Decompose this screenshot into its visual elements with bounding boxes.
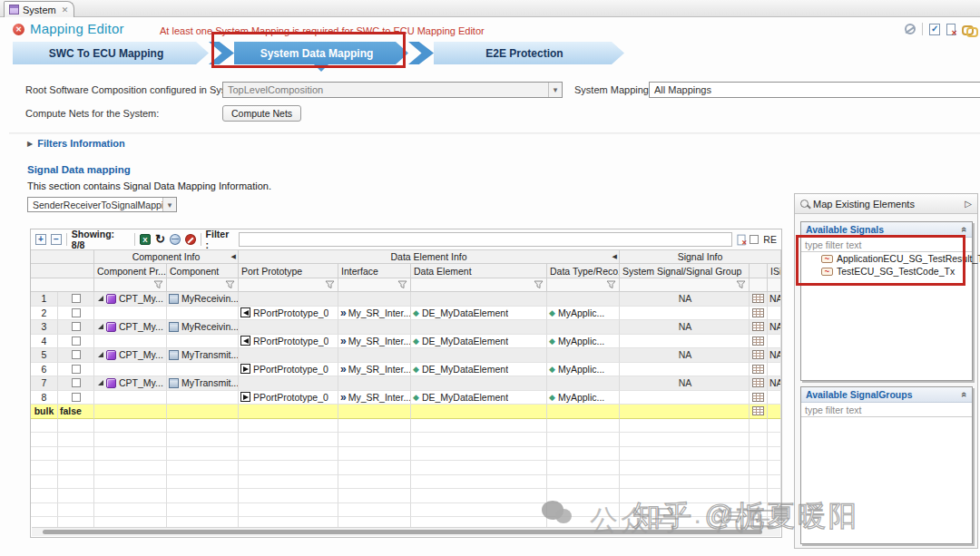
close-icon[interactable]: ✕ (62, 5, 69, 15)
table-row[interactable]: 3CPT_My...MyReceivin...NANA (31, 320, 781, 335)
expander-icon[interactable] (98, 352, 103, 357)
root-composition-value: TopLevelComposition (223, 84, 548, 95)
row-checkbox[interactable] (72, 365, 81, 374)
visibility-icon[interactable] (905, 24, 916, 34)
group-header-data-element-info[interactable]: Data Element Info ◀ (239, 250, 620, 264)
palette-header[interactable]: Map Existing Elements ▷ (795, 194, 977, 214)
chevron-down-icon[interactable]: ▾ (162, 198, 176, 211)
column-header[interactable]: Interface (338, 264, 411, 278)
available-signalgroups-header[interactable]: Available SignalGroups « (801, 387, 972, 403)
link-icon[interactable] (962, 25, 975, 34)
chevron-right-icon (408, 42, 434, 64)
step-label: System Data Mapping (260, 47, 374, 60)
filter-cell-blank (750, 278, 768, 292)
validate-icon[interactable] (929, 24, 940, 35)
table-filter-input[interactable] (239, 232, 731, 247)
row-checkbox[interactable] (72, 337, 81, 346)
column-header[interactable]: ISigna... (768, 264, 781, 278)
signalgroups-filter-input[interactable] (801, 403, 972, 417)
system-mapping-combo[interactable]: All Mappings (649, 82, 980, 98)
table-row[interactable]: 2RPortPrototype_0»My_SR_Inter...◆DE_MyDa… (31, 307, 781, 321)
table-row[interactable]: 8PPortPrototype_0»My_SR_Inter...◆DE_MyDa… (31, 391, 781, 405)
column-header[interactable]: Port Prototype (239, 264, 338, 278)
signal-item[interactable]: ~TestECU_SG_TestCode_Tx (801, 265, 972, 278)
column-header[interactable]: Component Pr... (94, 264, 167, 278)
page-title: Mapping Editor (30, 21, 124, 36)
filters-information-section[interactable]: ▶ Filters Information (27, 138, 125, 149)
tab-system-data-mapping[interactable]: System Data Mapping (234, 42, 408, 64)
filter-cell[interactable] (547, 278, 620, 292)
root-composition-combo[interactable]: TopLevelComposition ▾ (222, 82, 563, 98)
globe-icon[interactable] (170, 234, 181, 245)
column-header[interactable]: Component (167, 264, 239, 278)
table-row[interactable]: 4RPortPrototype_0»My_SR_Inter...◆DE_MyDa… (31, 335, 781, 349)
expander-icon[interactable] (98, 324, 103, 329)
row-checkbox[interactable] (72, 322, 81, 331)
collapse-group-icon[interactable]: ◀ (612, 253, 617, 260)
table-group-header: Component Info ◀ Data Element Info ◀ Sig… (31, 250, 781, 264)
editor-tab-system[interactable]: System ✕ (4, 1, 74, 17)
filter-cell[interactable] (620, 278, 750, 292)
clear-filter-icon[interactable] (185, 234, 196, 245)
data-element-icon: ◆ (413, 337, 419, 346)
expander-icon[interactable] (98, 380, 103, 385)
chevron-right-icon (209, 42, 234, 64)
grid-cell-icon (752, 350, 764, 359)
row-checkbox[interactable] (72, 350, 81, 359)
table-row[interactable]: 5CPT_My...MyTransmit...NANA (31, 348, 781, 363)
signal-item[interactable]: ~ApplicationECU_SG_TestResult_Tx (801, 252, 972, 265)
tab-e2e-protection[interactable]: E2E Protection (434, 42, 624, 64)
table-row[interactable]: bulkfalse (31, 405, 781, 419)
signals-filter-input[interactable] (801, 238, 972, 252)
group-header-component-info[interactable]: Component Info ◀ (94, 250, 239, 264)
expand-all-icon[interactable]: + (35, 234, 46, 245)
refresh-icon[interactable]: ↻ (155, 234, 165, 245)
export-excel-icon[interactable]: X (140, 234, 151, 245)
row-checkbox[interactable] (72, 308, 81, 317)
column-header[interactable]: Data Element (411, 264, 547, 278)
table-row[interactable]: 1CPT_My...MyReceivin...NANA (31, 292, 781, 307)
filter-cell[interactable] (94, 278, 167, 292)
interface-icon: » (340, 337, 346, 346)
table-row[interactable]: 7CPT_My...MyTransmit...NANA (31, 376, 781, 391)
interface-icon: » (340, 308, 346, 317)
group-header-signal-info[interactable]: Signal Info (620, 250, 781, 264)
column-header[interactable]: Data Type/Reco... (547, 264, 620, 278)
chevron-down-icon[interactable]: ▾ (548, 83, 562, 97)
step-label: E2E Protection (485, 47, 563, 60)
filter-label: Filter : (206, 229, 235, 250)
compute-nets-button[interactable]: Compute Nets (222, 105, 301, 122)
collapse-section-icon[interactable]: « (960, 227, 969, 232)
row-checkbox[interactable] (72, 294, 81, 303)
funnel-icon (606, 280, 616, 289)
available-signals-header[interactable]: Available Signals « (801, 222, 972, 238)
document-error-icon[interactable] (946, 24, 956, 35)
flyout-arrow-icon[interactable]: ▷ (965, 199, 972, 209)
component-prototype-icon (106, 378, 116, 388)
hscrollbar-thumb[interactable] (43, 530, 762, 534)
pin-icon[interactable] (800, 200, 808, 208)
re-checkbox[interactable] (750, 235, 759, 244)
row-checkbox[interactable] (72, 378, 81, 387)
editor-tab-label: System (23, 5, 56, 15)
mapping-type-combo[interactable]: SenderReceiverToSignalMapping ▾ (27, 197, 177, 212)
expander-icon[interactable] (98, 296, 103, 301)
tab-swc-to-ecu-mapping[interactable]: SWC To ECU Mapping (13, 42, 209, 64)
filter-cell[interactable] (239, 278, 338, 292)
collapse-group-icon[interactable]: ◀ (231, 253, 236, 260)
selected-step-notch (314, 64, 328, 72)
expand-icon[interactable]: ▶ (27, 140, 33, 148)
filter-cell[interactable] (411, 278, 547, 292)
column-header[interactable]: System Signal/Signal Group (620, 264, 750, 278)
table-row[interactable]: 6PPortPrototype_0»My_SR_Inter...◆DE_MyDa… (31, 363, 781, 377)
table-hscrollbar[interactable] (32, 527, 780, 536)
collapse-all-icon[interactable]: − (51, 234, 62, 245)
row-checkbox[interactable] (72, 393, 81, 402)
data-type-icon: ◆ (549, 393, 555, 402)
toolbar-separator (201, 233, 201, 246)
document-delete-icon[interactable] (737, 234, 745, 245)
collapse-section-icon[interactable]: « (960, 392, 969, 397)
filter-cell[interactable] (167, 278, 239, 292)
filter-cell[interactable] (338, 278, 411, 292)
toolbar-separator (922, 23, 923, 35)
